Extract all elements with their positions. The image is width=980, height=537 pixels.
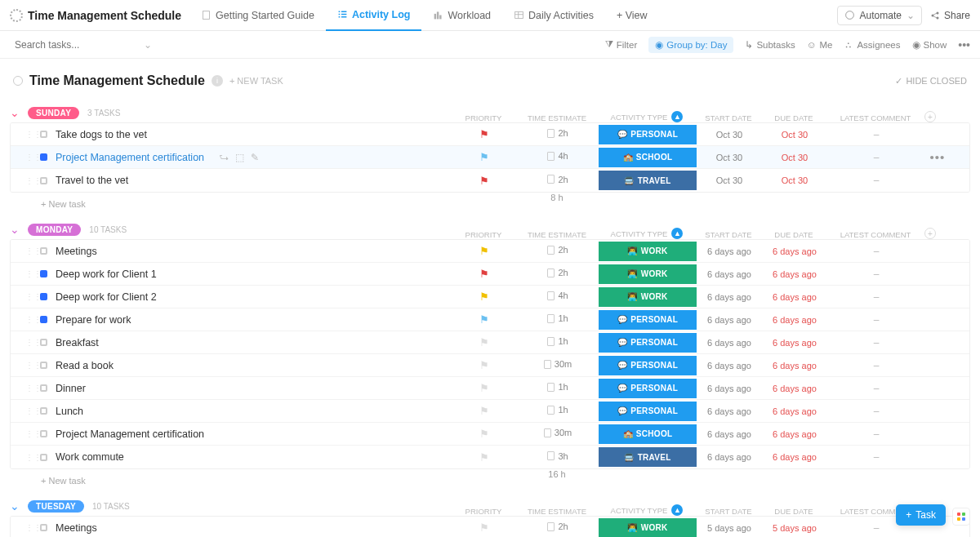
status-toggle[interactable] [40,247,47,255]
activity-type[interactable]: 👨‍💻 WORK [599,264,697,284]
due-date[interactable]: 6 days ago [762,406,827,416]
activity-type[interactable]: 👨‍💻 WORK [599,287,697,307]
priority-flag[interactable]: ⚑ [479,175,489,187]
time-estimate[interactable]: 30m [544,359,572,369]
new-task-fab[interactable]: + Task [896,504,946,526]
collapse-icon[interactable]: ⌄ [10,223,20,236]
subtasks-button[interactable]: ↳Subtasks [745,39,795,51]
day-chip[interactable]: TUESDAY [28,500,84,513]
workspace-title[interactable]: Time Management Schedule [10,9,189,22]
status-toggle[interactable] [40,524,47,531]
activity-type[interactable]: 🚍 TRAVEL [599,171,697,190]
add-view[interactable]: + View [605,0,659,31]
priority-flag[interactable]: ⚑ [479,245,489,257]
start-date[interactable]: Oct 30 [697,175,762,185]
time-estimate[interactable]: 1h [547,405,568,415]
priority-flag[interactable]: ⚑ [479,428,489,440]
priority-flag[interactable]: ⚑ [479,405,489,417]
new-task-row[interactable]: + New task [10,193,451,213]
task-name[interactable]: Travel to the vet [56,175,128,186]
priority-flag[interactable]: ⚑ [479,268,489,280]
task-row[interactable]: ⋮⋮ Breakfast ⚑1h💬 PERSONAL6 days ago6 da… [11,331,969,354]
task-row[interactable]: ⋮⋮ Work commute ⚑3h🚍 TRAVEL6 days ago6 d… [11,446,969,468]
task-name[interactable]: Deep work for Client 1 [56,268,157,280]
activity-type[interactable]: 🏫 SCHOOL [599,424,697,444]
col-priority[interactable]: PRIORITY [451,230,516,239]
drag-handle[interactable]: ⋮⋮ [25,176,32,185]
latest-comment[interactable]: – [827,383,925,394]
status-toggle[interactable] [40,316,47,323]
latest-comment[interactable]: – [827,291,925,303]
time-estimate[interactable]: 4h [547,151,568,161]
status-toggle[interactable] [40,153,47,161]
drag-handle[interactable]: ⋮⋮ [25,338,32,347]
latest-comment[interactable]: – [827,360,925,371]
status-circle-icon[interactable] [13,76,23,86]
priority-flag[interactable]: ⚑ [479,359,489,371]
groupby-button[interactable]: ◉Group by: Day [648,37,733,53]
status-toggle[interactable] [40,270,47,277]
status-toggle[interactable] [40,384,47,392]
task-row[interactable]: ⋮⋮ Lunch ⚑1h💬 PERSONAL6 days ago6 days a… [11,400,969,423]
col-priority[interactable]: PRIORITY [451,113,516,122]
status-toggle[interactable] [40,454,47,461]
due-date[interactable]: Oct 30 [762,175,827,185]
day-chip[interactable]: SUNDAY [28,107,79,119]
time-estimate[interactable]: 4h [547,291,568,300]
col-start[interactable]: START DATE [696,113,761,122]
task-name[interactable]: Lunch [56,406,83,417]
show-button[interactable]: ◉Show [912,39,947,51]
start-date[interactable]: 6 days ago [697,452,762,462]
start-date[interactable]: 6 days ago [697,292,762,302]
due-date[interactable]: 6 days ago [762,246,827,256]
time-estimate[interactable]: 2h [547,268,568,277]
priority-flag[interactable]: ⚑ [479,313,489,326]
start-date[interactable]: 6 days ago [697,269,762,279]
activity-type[interactable]: 💬 PERSONAL [599,310,697,330]
due-date[interactable]: 6 days ago [762,452,827,462]
drag-handle[interactable]: ⋮⋮ [25,315,32,324]
task-row[interactable]: ⋮⋮ Dinner ⚑1h💬 PERSONAL6 days ago6 days … [11,377,969,400]
collapse-icon[interactable]: ⌄ [10,499,20,513]
start-date[interactable]: Oct 30 [697,153,762,162]
latest-comment[interactable]: – [827,268,925,280]
due-date[interactable]: 6 days ago [762,429,827,439]
search-input[interactable] [15,39,137,51]
activity-type[interactable]: 💬 PERSONAL [599,379,697,398]
drag-handle[interactable]: ⋮⋮ [25,153,32,162]
due-date[interactable]: 6 days ago [762,269,827,279]
col-due[interactable]: DUE DATE [761,230,826,239]
share-button[interactable]: Share [930,10,970,21]
drag-handle[interactable]: ⋮⋮ [25,429,32,438]
due-date[interactable]: Oct 30 [762,153,827,162]
start-date[interactable]: 6 days ago [697,361,762,371]
drag-handle[interactable]: ⋮⋮ [25,130,32,139]
chevron-down-icon[interactable]: ⌄ [144,39,152,51]
time-estimate[interactable]: 2h [547,128,568,138]
drag-handle[interactable]: ⋮⋮ [25,384,32,393]
status-toggle[interactable] [40,131,47,138]
status-toggle[interactable] [40,430,47,437]
start-date[interactable]: 6 days ago [697,338,762,348]
add-column[interactable]: + [924,111,936,122]
subtask-icon[interactable]: ⮑ [219,152,229,163]
task-name[interactable]: Read a book [56,360,114,371]
due-date[interactable]: 6 days ago [762,384,827,393]
new-task-header[interactable]: + NEW TASK [229,76,283,86]
info-icon[interactable]: i [212,75,223,87]
due-date[interactable]: 6 days ago [762,315,827,325]
col-time[interactable]: TIME ESTIMATE [516,230,598,239]
col-activity[interactable]: ACTIVITY TYPE ▲ [598,228,696,239]
task-row[interactable]: ⋮⋮ Meetings ⚑2h👨‍💻 WORK6 days ago6 days … [11,240,969,263]
assignees-button[interactable]: ⛬Assignees [844,40,900,50]
filter-button[interactable]: ⧩Filter [605,39,638,50]
latest-comment[interactable]: – [827,337,925,348]
col-start[interactable]: START DATE [696,507,761,516]
me-button[interactable]: ☺Me [807,40,833,50]
activity-type[interactable]: 💬 PERSONAL [599,356,697,375]
priority-flag[interactable]: ⚑ [479,451,489,464]
col-due[interactable]: DUE DATE [761,113,826,122]
status-toggle[interactable] [40,339,47,346]
hide-closed-button[interactable]: ✓ HIDE CLOSED [895,76,967,87]
priority-flag[interactable]: ⚑ [479,128,489,140]
